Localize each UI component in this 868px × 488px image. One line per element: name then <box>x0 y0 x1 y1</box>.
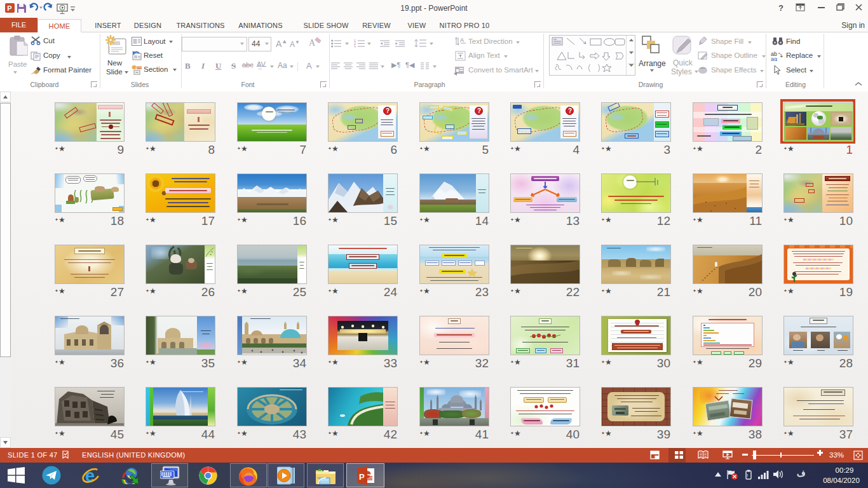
svg-text:P: P <box>359 472 365 482</box>
svg-text:?: ? <box>778 3 783 13</box>
svg-text:ac: ac <box>771 56 777 62</box>
svg-text:!: ! <box>747 473 748 478</box>
svg-text:P: P <box>7 4 11 12</box>
svg-text:3: 3 <box>354 45 356 48</box>
svg-text:A: A <box>460 37 464 43</box>
svg-text:A: A <box>309 38 316 48</box>
